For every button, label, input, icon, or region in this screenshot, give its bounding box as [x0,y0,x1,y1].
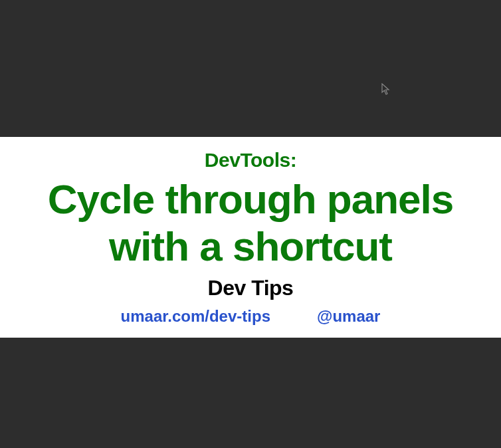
subtitle-text: Dev Tips [13,276,488,300]
twitter-link[interactable]: @umaar [317,307,380,326]
links-row: umaar.com/dev-tips @umaar [13,307,488,326]
cursor-icon [381,83,391,95]
website-link[interactable]: umaar.com/dev-tips [121,307,270,326]
main-title-text: Cycle through panels with a shortcut [13,175,488,271]
pretitle-text: DevTools: [13,149,488,171]
title-card: DevTools: Cycle through panels with a sh… [0,137,501,338]
